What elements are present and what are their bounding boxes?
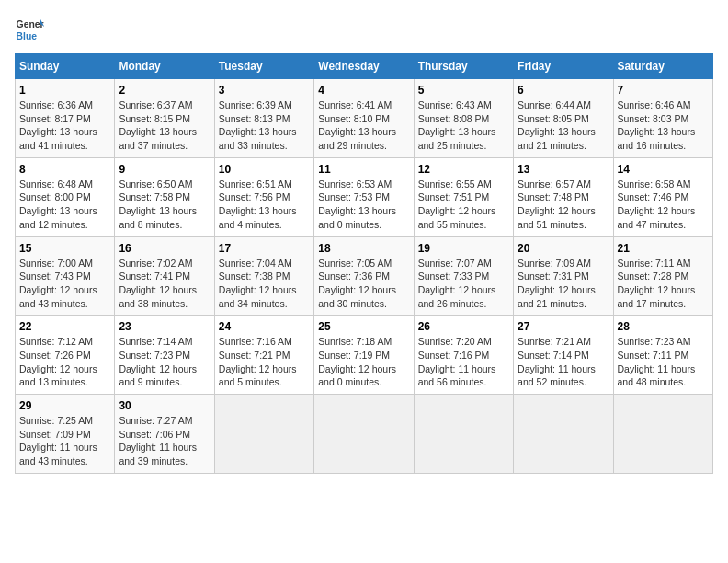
day-info: Sunrise: 6:44 AM Sunset: 8:05 PM Dayligh… bbox=[518, 98, 609, 153]
day-number: 4 bbox=[318, 84, 409, 97]
calendar-cell: 18Sunrise: 7:05 AM Sunset: 7:36 PM Dayli… bbox=[314, 236, 414, 316]
day-info: Sunrise: 6:58 AM Sunset: 7:46 PM Dayligh… bbox=[618, 178, 709, 232]
page-header: GeneralBlue bbox=[15, 15, 713, 44]
day-number: 18 bbox=[318, 242, 409, 255]
day-number: 12 bbox=[418, 163, 509, 176]
svg-text:Blue: Blue bbox=[17, 31, 38, 41]
calendar-cell bbox=[314, 395, 414, 474]
calendar-cell: 26Sunrise: 7:20 AM Sunset: 7:16 PM Dayli… bbox=[414, 316, 513, 395]
day-info: Sunrise: 7:14 AM Sunset: 7:23 PM Dayligh… bbox=[119, 335, 210, 389]
day-info: Sunrise: 7:23 AM Sunset: 7:11 PM Dayligh… bbox=[618, 335, 709, 389]
calendar-cell: 19Sunrise: 7:07 AM Sunset: 7:33 PM Dayli… bbox=[414, 236, 513, 316]
logo: GeneralBlue bbox=[15, 15, 44, 44]
header-day-saturday: Saturday bbox=[613, 54, 712, 79]
day-number: 8 bbox=[19, 163, 110, 176]
header-day-sunday: Sunday bbox=[16, 54, 115, 79]
day-number: 1 bbox=[19, 84, 110, 97]
calendar-cell: 22Sunrise: 7:12 AM Sunset: 7:26 PM Dayli… bbox=[16, 316, 115, 395]
header-day-wednesday: Wednesday bbox=[314, 54, 414, 79]
day-info: Sunrise: 6:43 AM Sunset: 8:08 PM Dayligh… bbox=[418, 98, 509, 153]
day-info: Sunrise: 7:16 AM Sunset: 7:21 PM Dayligh… bbox=[219, 335, 310, 389]
day-info: Sunrise: 7:09 AM Sunset: 7:31 PM Dayligh… bbox=[518, 257, 609, 311]
header-day-tuesday: Tuesday bbox=[214, 54, 313, 79]
day-number: 19 bbox=[418, 242, 509, 255]
day-info: Sunrise: 7:27 AM Sunset: 7:06 PM Dayligh… bbox=[119, 414, 210, 468]
day-info: Sunrise: 6:48 AM Sunset: 8:00 PM Dayligh… bbox=[19, 178, 110, 232]
calendar-cell bbox=[414, 395, 513, 474]
day-info: Sunrise: 6:55 AM Sunset: 7:51 PM Dayligh… bbox=[418, 178, 509, 232]
calendar-cell: 9Sunrise: 6:50 AM Sunset: 7:58 PM Daylig… bbox=[115, 157, 214, 236]
day-info: Sunrise: 7:25 AM Sunset: 7:09 PM Dayligh… bbox=[19, 414, 110, 468]
day-info: Sunrise: 6:57 AM Sunset: 7:48 PM Dayligh… bbox=[518, 178, 609, 232]
week-row-4: 22Sunrise: 7:12 AM Sunset: 7:26 PM Dayli… bbox=[16, 316, 713, 395]
day-number: 15 bbox=[19, 242, 110, 255]
day-info: Sunrise: 7:00 AM Sunset: 7:43 PM Dayligh… bbox=[19, 257, 110, 311]
day-number: 7 bbox=[618, 84, 709, 97]
day-number: 20 bbox=[518, 242, 609, 255]
day-number: 3 bbox=[219, 84, 310, 97]
day-info: Sunrise: 6:36 AM Sunset: 8:17 PM Dayligh… bbox=[19, 98, 110, 153]
calendar-cell: 11Sunrise: 6:53 AM Sunset: 7:53 PM Dayli… bbox=[314, 157, 414, 236]
day-number: 25 bbox=[318, 320, 409, 333]
week-row-5: 29Sunrise: 7:25 AM Sunset: 7:09 PM Dayli… bbox=[16, 395, 713, 474]
day-number: 23 bbox=[119, 320, 210, 333]
calendar-cell: 10Sunrise: 6:51 AM Sunset: 7:56 PM Dayli… bbox=[214, 157, 313, 236]
calendar-cell: 5Sunrise: 6:43 AM Sunset: 8:08 PM Daylig… bbox=[414, 79, 513, 158]
calendar-cell: 25Sunrise: 7:18 AM Sunset: 7:19 PM Dayli… bbox=[314, 316, 414, 395]
header-day-monday: Monday bbox=[115, 54, 214, 79]
logo-icon: GeneralBlue bbox=[15, 15, 44, 44]
week-row-3: 15Sunrise: 7:00 AM Sunset: 7:43 PM Dayli… bbox=[16, 236, 713, 316]
day-info: Sunrise: 7:12 AM Sunset: 7:26 PM Dayligh… bbox=[19, 335, 110, 389]
day-number: 16 bbox=[119, 242, 210, 255]
day-info: Sunrise: 7:18 AM Sunset: 7:19 PM Dayligh… bbox=[318, 335, 409, 389]
day-number: 28 bbox=[618, 320, 709, 333]
day-info: Sunrise: 6:39 AM Sunset: 8:13 PM Dayligh… bbox=[219, 98, 310, 153]
calendar-cell: 20Sunrise: 7:09 AM Sunset: 7:31 PM Dayli… bbox=[514, 236, 613, 316]
day-info: Sunrise: 7:02 AM Sunset: 7:41 PM Dayligh… bbox=[119, 257, 210, 311]
header-day-thursday: Thursday bbox=[414, 54, 513, 79]
day-info: Sunrise: 6:50 AM Sunset: 7:58 PM Dayligh… bbox=[119, 178, 210, 232]
header-row: SundayMondayTuesdayWednesdayThursdayFrid… bbox=[16, 54, 713, 79]
calendar-cell: 14Sunrise: 6:58 AM Sunset: 7:46 PM Dayli… bbox=[613, 157, 712, 236]
day-info: Sunrise: 6:37 AM Sunset: 8:15 PM Dayligh… bbox=[119, 98, 210, 153]
week-row-2: 8Sunrise: 6:48 AM Sunset: 8:00 PM Daylig… bbox=[16, 157, 713, 236]
day-number: 26 bbox=[418, 320, 509, 333]
day-number: 11 bbox=[318, 163, 409, 176]
calendar-cell: 12Sunrise: 6:55 AM Sunset: 7:51 PM Dayli… bbox=[414, 157, 513, 236]
calendar-cell: 8Sunrise: 6:48 AM Sunset: 8:00 PM Daylig… bbox=[16, 157, 115, 236]
calendar-cell: 29Sunrise: 7:25 AM Sunset: 7:09 PM Dayli… bbox=[16, 395, 115, 474]
day-info: Sunrise: 7:11 AM Sunset: 7:28 PM Dayligh… bbox=[618, 257, 709, 311]
calendar-cell: 15Sunrise: 7:00 AM Sunset: 7:43 PM Dayli… bbox=[16, 236, 115, 316]
day-number: 13 bbox=[518, 163, 609, 176]
calendar-header: SundayMondayTuesdayWednesdayThursdayFrid… bbox=[16, 54, 713, 79]
calendar-cell: 21Sunrise: 7:11 AM Sunset: 7:28 PM Dayli… bbox=[613, 236, 712, 316]
calendar-cell: 7Sunrise: 6:46 AM Sunset: 8:03 PM Daylig… bbox=[613, 79, 712, 158]
day-number: 9 bbox=[119, 163, 210, 176]
day-info: Sunrise: 6:46 AM Sunset: 8:03 PM Dayligh… bbox=[618, 98, 709, 153]
day-number: 6 bbox=[518, 84, 609, 97]
day-number: 24 bbox=[219, 320, 310, 333]
calendar-cell: 23Sunrise: 7:14 AM Sunset: 7:23 PM Dayli… bbox=[115, 316, 214, 395]
day-number: 2 bbox=[119, 84, 210, 97]
calendar-table: SundayMondayTuesdayWednesdayThursdayFrid… bbox=[15, 53, 713, 474]
day-info: Sunrise: 6:51 AM Sunset: 7:56 PM Dayligh… bbox=[219, 178, 310, 232]
day-number: 17 bbox=[219, 242, 310, 255]
day-number: 27 bbox=[518, 320, 609, 333]
day-info: Sunrise: 7:04 AM Sunset: 7:38 PM Dayligh… bbox=[219, 257, 310, 311]
calendar-cell: 28Sunrise: 7:23 AM Sunset: 7:11 PM Dayli… bbox=[613, 316, 712, 395]
day-number: 22 bbox=[19, 320, 110, 333]
day-info: Sunrise: 6:53 AM Sunset: 7:53 PM Dayligh… bbox=[318, 178, 409, 232]
calendar-cell bbox=[514, 395, 613, 474]
calendar-body: 1Sunrise: 6:36 AM Sunset: 8:17 PM Daylig… bbox=[16, 79, 713, 474]
day-number: 10 bbox=[219, 163, 310, 176]
day-number: 21 bbox=[618, 242, 709, 255]
week-row-1: 1Sunrise: 6:36 AM Sunset: 8:17 PM Daylig… bbox=[16, 79, 713, 158]
day-info: Sunrise: 7:21 AM Sunset: 7:14 PM Dayligh… bbox=[518, 335, 609, 389]
calendar-cell: 24Sunrise: 7:16 AM Sunset: 7:21 PM Dayli… bbox=[214, 316, 313, 395]
day-number: 30 bbox=[119, 399, 210, 412]
day-number: 5 bbox=[418, 84, 509, 97]
header-day-friday: Friday bbox=[514, 54, 613, 79]
calendar-cell: 16Sunrise: 7:02 AM Sunset: 7:41 PM Dayli… bbox=[115, 236, 214, 316]
day-number: 29 bbox=[19, 399, 110, 412]
day-info: Sunrise: 7:20 AM Sunset: 7:16 PM Dayligh… bbox=[418, 335, 509, 389]
